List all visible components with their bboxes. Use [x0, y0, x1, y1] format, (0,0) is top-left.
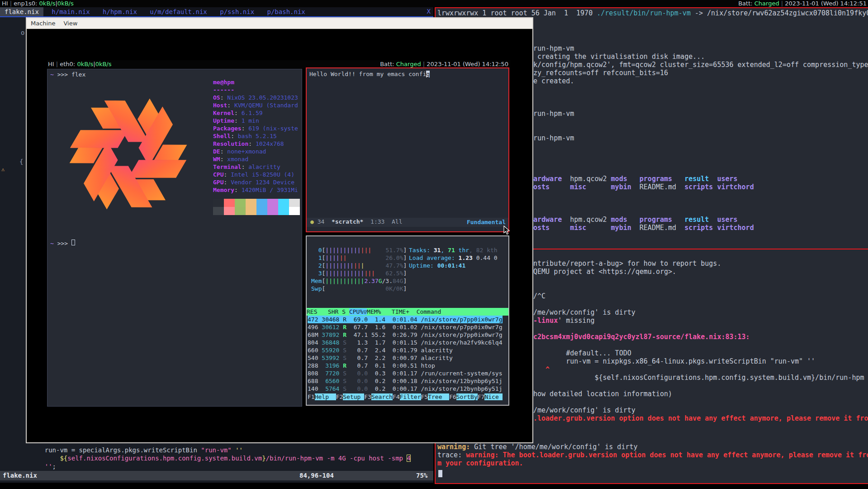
host-battery-clock: Batt: Charged | 2023-11-01 (Wed) 14:12:5… [738, 0, 867, 7]
qemu-display[interactable]: HI | eth0: 0kB/s|0kB/s Batt: Charged | 2… [27, 29, 531, 441]
modeline-percent: 75% [416, 471, 427, 480]
tab-h-hpm-nix[interactable]: h/hpm.nix [98, 7, 142, 16]
vm-emacs-modeline: ● 34 *scratch* 1:33 All Fundamental [307, 218, 508, 227]
htop-tasks-summary: Tasks: 31, 71 thr, 82 kthLoad average: 1… [409, 246, 498, 269]
nix-error-output: ntribute/report-a-bug> for how to report… [533, 259, 868, 422]
modeline-position: 84,96-104 [299, 471, 334, 480]
nixos-logo-icon [50, 79, 206, 229]
desktop: HI | enp1s0: 0kB/s|0kB/s Batt: Charged |… [0, 0, 868, 489]
tab-h-main-nix[interactable]: h/main.nix [47, 7, 94, 16]
tab-flake-nix[interactable]: flake.nix [0, 7, 43, 16]
tab-p-ssh-nix[interactable]: p/ssh.nix [215, 7, 259, 16]
menu-view[interactable]: View [59, 20, 81, 27]
nix-warning-output: warning: Git tree '/home/me/work/config'… [437, 443, 868, 467]
mouse-cursor-icon [503, 225, 510, 235]
modeline-major-mode: Fundamental [467, 218, 506, 227]
qemu-menu-bar: MachineView [27, 18, 532, 29]
fringe-warning-icon: ⚠ [1, 166, 5, 173]
htop-cpu-memory-meters: 0[||||||||||||| 51.7%] 1[|||||| 26.0%] 2… [311, 246, 407, 292]
editor-modeline: flake.nix 84,96-104 75% [0, 471, 433, 480]
htop-function-key-bar[interactable]: F1Help F2Setup F3SearchF4FilterF5Tree F6… [308, 393, 503, 401]
htop-table-header[interactable]: RES SHR S CPU%▽MEM% TIME+ Command [307, 308, 508, 316]
htop-process-table: 472 30468 R 69.0 1.4 0:01.04 /nix/store/… [308, 316, 503, 393]
tab-p-bash-nix[interactable]: p/bash.nix [263, 7, 310, 16]
modeline-filename: flake.nix [3, 471, 37, 480]
qemu-vm-window[interactable]: MachineView HI | eth0: 0kB/s|0kB/s Batt:… [26, 17, 533, 443]
shell-prompt-empty: ~ >>> [50, 240, 75, 247]
terminal-color-palette [213, 199, 300, 215]
scratch-buffer-text: Hello World!! from my emacs config [309, 70, 430, 78]
menu-machine[interactable]: Machine [27, 20, 59, 27]
tab-close-icon[interactable]: X [427, 8, 431, 15]
buffer-fragment: { [19, 158, 23, 165]
buffer-fragment: o [21, 29, 24, 36]
fastfetch-output: me@hpm------OS: NixOS 23.05.20231023Host… [213, 78, 298, 194]
terminal-cursor [438, 470, 442, 477]
qemu-build-output: run-hpm-vm creating the virtualisation d… [533, 44, 868, 232]
modeline-buffer-info: ● 34 *scratch* 1:33 All [310, 218, 403, 226]
flake-nix-code: run-vm = specialArgs.pkgs.writeScriptBin… [29, 446, 411, 470]
vm-network-status: HI | eth0: 0kB/s|0kB/s [48, 60, 112, 68]
tab-u-m-default-nix[interactable]: u/m/default.nix [145, 7, 211, 16]
host-status-bar: HI | enp1s0: 0kB/s|0kB/s Batt: Charged |… [0, 0, 868, 7]
vm-terminal-window[interactable]: ~ >>> flex [47, 69, 302, 407]
vm-emacs-window[interactable]: Hello World!! from my emacs config ● 34 … [306, 67, 509, 232]
htop-screen-tabs: MainI/O [313, 300, 399, 308]
editor-tab-bar: flake.nix h/main.nix h/hpm.nix u/m/defau… [0, 7, 433, 17]
symlink-output-line: lrwxrwxrwx 1 root root 56 Jan 1 1970 ./r… [437, 9, 868, 17]
vm-htop-window[interactable]: 0[||||||||||||| 51.7%] 1[|||||| 26.0%] 2… [306, 235, 509, 406]
host-network-status: HI | enp1s0: 0kB/s|0kB/s [2, 0, 74, 7]
vm-screen: HI | eth0: 0kB/s|0kB/s Batt: Charged | 2… [47, 60, 510, 408]
shell-prompt-flex: ~ >>> flex [50, 71, 85, 78]
